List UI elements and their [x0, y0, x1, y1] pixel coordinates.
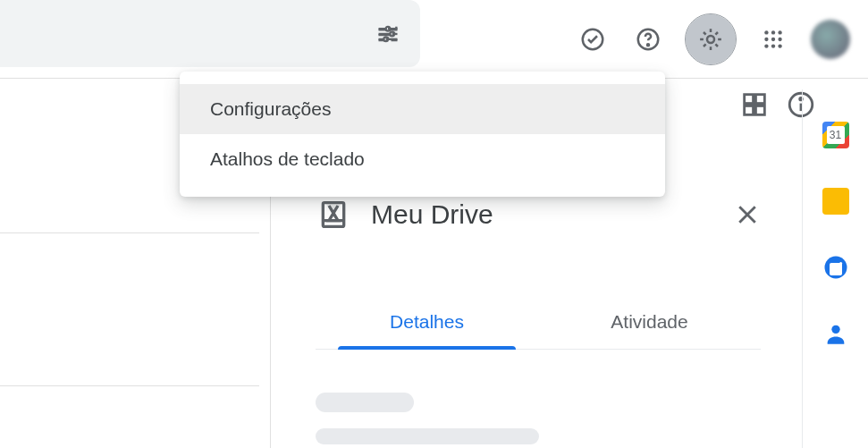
svg-point-15	[778, 44, 781, 47]
svg-point-9	[778, 30, 781, 34]
menu-item-settings[interactable]: Configurações	[180, 84, 665, 134]
search-bar[interactable]	[0, 0, 420, 67]
settings-menu: Configurações Atalhos de teclado	[180, 72, 665, 197]
svg-point-12	[778, 38, 781, 41]
details-panel: Meu Drive Detalhes Atividade	[270, 161, 788, 448]
svg-point-8	[771, 30, 775, 34]
svg-rect-19	[755, 106, 764, 114]
svg-point-14	[771, 44, 775, 47]
drive-icon	[316, 197, 351, 232]
companion-side-panel	[802, 89, 868, 448]
account-avatar[interactable]	[811, 20, 850, 59]
panel-tabs: Detalhes Atividade	[316, 295, 761, 350]
svg-point-11	[771, 38, 775, 41]
keep-app-icon[interactable]	[822, 188, 849, 215]
svg-point-28	[831, 325, 839, 334]
search-options-icon[interactable]	[375, 21, 400, 46]
close-icon[interactable]	[734, 201, 761, 228]
svg-point-7	[764, 30, 768, 34]
contacts-app-icon[interactable]	[822, 320, 849, 347]
google-apps-icon[interactable]	[755, 21, 791, 57]
settings-icon[interactable]	[686, 14, 736, 64]
left-list-placeholder	[0, 232, 259, 386]
svg-rect-17	[755, 95, 764, 104]
grid-view-icon[interactable]	[739, 89, 770, 120]
header-actions	[575, 0, 868, 79]
app-header	[0, 0, 868, 79]
help-icon[interactable]	[630, 21, 666, 57]
menu-item-shortcuts[interactable]: Atalhos de teclado	[180, 134, 665, 184]
tab-activity[interactable]: Atividade	[538, 295, 761, 349]
loading-placeholder	[316, 393, 761, 444]
panel-title: Meu Drive	[371, 199, 714, 230]
svg-point-6	[707, 36, 714, 43]
svg-point-10	[764, 38, 768, 41]
calendar-app-icon[interactable]	[822, 122, 849, 148]
tab-details[interactable]: Detalhes	[316, 295, 538, 349]
ready-offline-icon[interactable]	[575, 21, 611, 57]
svg-point-5	[647, 44, 649, 46]
svg-rect-18	[745, 106, 754, 114]
svg-point-13	[764, 44, 768, 47]
svg-rect-16	[745, 95, 754, 104]
